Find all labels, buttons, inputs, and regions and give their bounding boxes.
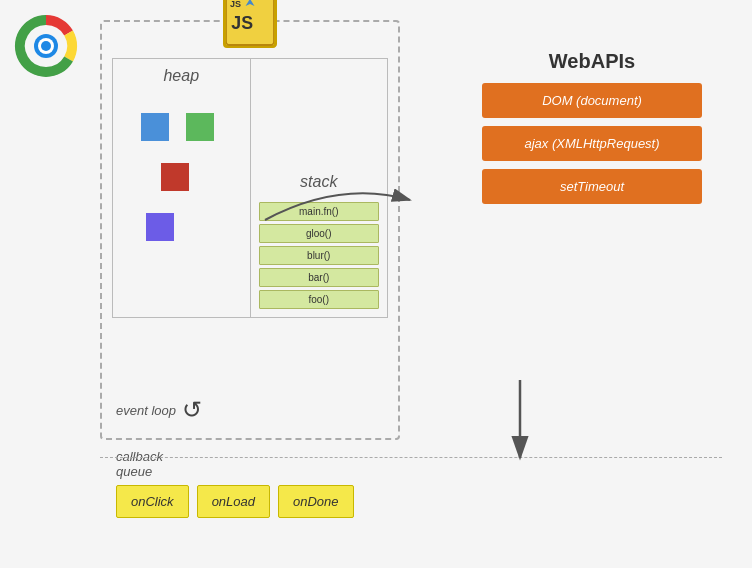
square-red	[161, 163, 189, 191]
svg-point-3	[41, 41, 51, 51]
callback-item-ondone: onDone	[278, 485, 354, 518]
stack-item-4: foo()	[259, 290, 380, 309]
separator-line	[100, 457, 722, 458]
webapis-section: WebAPIs DOM (document) ajax (XMLHttpRequ…	[482, 50, 702, 212]
webapi-settimeout: setTimeout	[482, 169, 702, 204]
webapi-dom: DOM (document)	[482, 83, 702, 118]
stack-section: stack main.fn() gloo() blur() bar() foo(…	[251, 58, 389, 318]
stack-item-1: gloo()	[259, 224, 380, 243]
square-purple	[146, 213, 174, 241]
event-loop-label: event loop	[116, 403, 176, 418]
js-logo: JS JS	[223, 0, 277, 48]
js-runtime-box: JS JS heap st	[100, 20, 400, 440]
webapi-ajax: ajax (XMLHttpRequest)	[482, 126, 702, 161]
main-container: JS JS heap st	[0, 0, 752, 568]
svg-text:JS: JS	[231, 13, 253, 33]
loop-icon: ↺	[182, 396, 202, 424]
stack-label: stack	[259, 173, 380, 191]
callback-queue-label: callbackqueue	[102, 449, 398, 479]
heap-stack-container: heap stack main.fn() gloo() blur() bar()…	[102, 58, 398, 318]
heap-section: heap	[112, 58, 251, 318]
callback-queue-area: callbackqueue onClick onLoad onDone	[102, 449, 398, 518]
callback-item-onload: onLoad	[197, 485, 270, 518]
chrome-logo	[14, 14, 78, 78]
callback-item-onclick: onClick	[116, 485, 189, 518]
heap-squares	[121, 93, 242, 273]
callback-items: onClick onLoad onDone	[102, 485, 398, 518]
heap-label: heap	[121, 67, 242, 85]
webapis-title: WebAPIs	[482, 50, 702, 73]
square-green	[186, 113, 214, 141]
square-blue	[141, 113, 169, 141]
stack-item-0: main.fn()	[259, 202, 380, 221]
event-loop-area: event loop ↺	[116, 396, 202, 424]
stack-item-3: bar()	[259, 268, 380, 287]
stack-item-2: blur()	[259, 246, 380, 265]
